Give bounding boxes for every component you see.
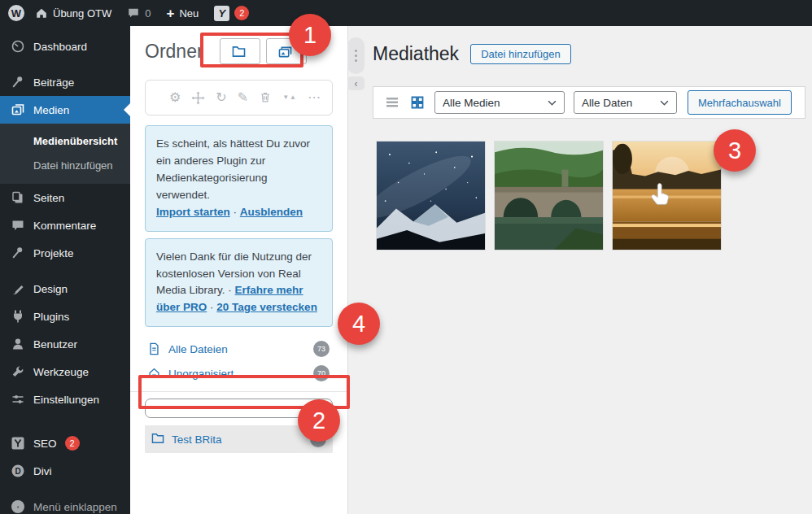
multi-select-button[interactable]: Mehrfachauswahl: [688, 90, 792, 115]
media-type-filter-value: Alle Medien: [443, 97, 500, 109]
wordpress-logo-icon[interactable]: W: [8, 5, 24, 21]
sidebar-item-plugins[interactable]: Plugins: [0, 303, 130, 330]
sidebar-item-einstellungen[interactable]: Einstellungen: [0, 386, 130, 413]
folder-count-badge: 3: [310, 431, 326, 447]
sidebar-item-label: Beiträge: [33, 76, 74, 89]
folder-search-input[interactable]: [145, 399, 333, 418]
home-icon: [35, 7, 48, 20]
date-filter[interactable]: Alle Daten: [574, 91, 677, 114]
new-content-button[interactable]: + Neu: [161, 0, 203, 26]
add-file-button[interactable]: Datei hinzufügen: [470, 44, 571, 64]
admin-sidebar: Dashboard Beiträge Medien Medienübersich…: [0, 26, 130, 514]
sidebar-item-design[interactable]: Design: [0, 275, 130, 303]
folder-plus-icon: [232, 46, 246, 58]
plugin-icon: [11, 309, 25, 324]
all-files-item[interactable]: Alle Dateien 73: [145, 337, 333, 361]
collapse-menu-button[interactable]: ‹ Menü einklappen: [0, 493, 130, 514]
submenu-item-medienuebersicht[interactable]: Medienübersicht: [0, 128, 130, 153]
pro-notice: Vielen Dank für die Nutzung der kostenlo…: [145, 238, 333, 328]
unorganized-label: Unorganisiert: [168, 368, 234, 380]
submenu-item-datei-hinzufuegen[interactable]: Datei hinzufügen: [0, 153, 130, 177]
folder-list: Alle Dateien 73 Unorganisiert 70 Test BR…: [145, 337, 333, 453]
site-name-link[interactable]: Übung OTW: [30, 0, 116, 26]
folder-icon: [151, 433, 164, 446]
media-item-milky-way-mountains[interactable]: [377, 142, 485, 250]
splitter-collapse-button[interactable]: ‹: [347, 76, 365, 90]
add-folder-button[interactable]: [220, 38, 260, 64]
media-item-stone-bridge[interactable]: [495, 142, 603, 250]
unorganized-item[interactable]: Unorganisiert 70: [145, 361, 333, 386]
media-toolbar: Alle Medien Alle Daten Mehrfachauswahl: [373, 86, 805, 119]
comments-link[interactable]: 0: [122, 0, 155, 26]
hide-20-days-link[interactable]: 20 Tage verstecken: [216, 301, 317, 313]
sidebar-item-label: Design: [33, 283, 68, 295]
sidebar-item-label: Benutzer: [33, 338, 77, 351]
grid-view-icon[interactable]: [409, 94, 426, 111]
sidebar-item-werkzeuge[interactable]: Werkzeuge: [0, 358, 130, 386]
add-gallery-button[interactable]: [266, 38, 307, 64]
import-notice-text: Es scheint, als hättest Du zuvor ein and…: [156, 137, 310, 201]
divi-icon: D: [11, 464, 25, 478]
yoast-seo-menu[interactable]: Y 2: [209, 0, 254, 26]
media-grid: [377, 142, 805, 250]
plus-icon: +: [166, 7, 174, 20]
folders-panel-title: Ordner: [145, 41, 203, 63]
search-icon: [316, 402, 327, 416]
yoast-icon: Y: [214, 6, 229, 21]
sidebar-item-seo[interactable]: SEO 2: [0, 429, 130, 457]
sidebar-item-label: Seiten: [33, 192, 64, 204]
sidebar-item-beitraege[interactable]: Beiträge: [0, 68, 130, 96]
sidebar-item-label: Divi: [33, 465, 52, 477]
move-icon[interactable]: [191, 91, 205, 105]
pin-icon: [11, 246, 25, 260]
comments-count: 0: [145, 7, 151, 20]
sidebar-item-label: Werkzeuge: [33, 366, 89, 378]
refresh-icon[interactable]: ↻: [216, 91, 226, 104]
sidebar-item-label: Medien: [33, 104, 69, 116]
sidebar-item-medien[interactable]: Medien: [0, 96, 130, 124]
settings-icon[interactable]: ⚙: [169, 91, 181, 104]
sunrise-lake-image: [613, 142, 721, 250]
wrench-icon: [11, 364, 25, 379]
sidebar-item-label: Dashboard: [33, 41, 87, 53]
sidebar-item-dashboard[interactable]: Dashboard: [0, 33, 130, 60]
seo-notification-badge: 2: [65, 436, 80, 451]
sidebar-item-kommentare[interactable]: Kommentare: [0, 211, 130, 239]
list-view-icon[interactable]: [384, 94, 400, 111]
media-item-sunrise-lake[interactable]: [613, 142, 721, 250]
sidebar-item-benutzer[interactable]: Benutzer: [0, 330, 130, 358]
sidebar-item-label: Plugins: [33, 311, 69, 323]
sidebar-item-label: Projekte: [33, 247, 74, 259]
home-icon: [148, 367, 161, 380]
folder-actions-toolbar: ⚙ ↻ ✎ ▼▲ ⋯: [145, 80, 333, 115]
sidebar-item-projekte[interactable]: Projekte: [0, 239, 130, 267]
document-icon: [148, 342, 161, 355]
page-title: Mediathek: [373, 43, 459, 65]
folder-item-test-brita[interactable]: Test BRita 3: [145, 425, 333, 453]
edit-icon[interactable]: ✎: [238, 91, 248, 104]
unorganized-count-badge: 70: [313, 365, 330, 381]
sidebar-item-label: Kommentare: [33, 220, 96, 232]
pages-icon: [11, 190, 25, 205]
media-library-main: Mediathek Datei hinzufügen Alle Medien A…: [348, 26, 812, 514]
chevron-down-icon: [660, 100, 669, 106]
user-icon: [11, 337, 25, 351]
yoast-icon: [11, 436, 25, 451]
sidebar-item-label: Einstellungen: [33, 394, 99, 406]
gallery-plus-icon: [278, 46, 292, 58]
import-start-link[interactable]: Import starten: [156, 206, 230, 218]
sidebar-item-seiten[interactable]: Seiten: [0, 184, 130, 211]
media-type-filter[interactable]: Alle Medien: [434, 91, 565, 114]
new-label: Neu: [179, 7, 199, 20]
brush-icon: [11, 281, 25, 296]
more-options-icon[interactable]: ⋯: [308, 91, 321, 104]
comment-icon: [127, 7, 140, 20]
admin-bar: W Übung OTW 0 + Neu Y 2: [0, 0, 812, 26]
media-icon: [11, 102, 25, 117]
hide-notice-link[interactable]: Ausblenden: [240, 206, 303, 218]
splitter-drag-handle[interactable]: [347, 37, 365, 74]
trash-icon[interactable]: [259, 91, 272, 104]
sidebar-item-divi[interactable]: D Divi: [0, 457, 130, 485]
collapse-menu-label: Menü einklappen: [33, 501, 117, 513]
sort-icon[interactable]: ▼▲: [282, 94, 297, 101]
